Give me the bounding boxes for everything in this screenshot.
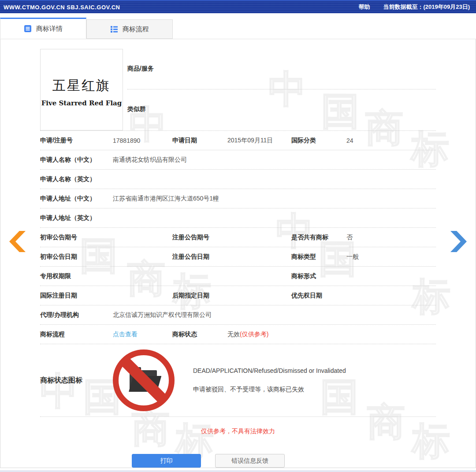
table-row: 商标流程点击查看 商标状态无效(仅供参考): [40, 325, 436, 344]
data-cutoff-date: 当前数据截至：(2019年09月23日): [383, 3, 470, 11]
similar-group-label: 类似群: [127, 105, 146, 112]
trademark-status-value: 无效: [227, 331, 240, 338]
field-label: 商标流程: [40, 331, 113, 338]
table-row: 申请/注册号17881890 申请日期2015年09月11日 国际分类24: [40, 131, 436, 150]
field-label: 申请人名称（中文）: [40, 156, 113, 164]
field-value: 一般: [346, 253, 359, 261]
status-icon-row: 商标状态图标 DEAD/APPLICATION/Refused/Dismisse…: [40, 344, 436, 417]
trademark-status-note: (仅供参考): [240, 331, 268, 338]
field-label: 国际注册日期: [40, 292, 113, 300]
field-label: 商标形式: [291, 272, 346, 280]
field-value: 北京信诚万洲知识产权代理有限公司: [113, 311, 212, 319]
table-row: 专用权期限 商标形式: [40, 267, 436, 286]
field-label: 申请人地址（中文）: [40, 195, 113, 203]
table-row: 申请人地址（英文）: [40, 208, 436, 228]
help-link[interactable]: 帮助: [359, 3, 370, 11]
table-row: 初审公告日期 注册公告日期 商标类型一般: [40, 247, 436, 267]
field-label: 商标状态图标: [40, 376, 113, 385]
field-value: 17881890: [113, 137, 140, 144]
field-label: 初审公告日期: [40, 253, 113, 261]
topbar-right: 帮助 当前数据截至：(2019年09月23日): [359, 3, 476, 11]
table-row: 申请人名称（中文）南通绣花女纺织品有限公司: [40, 150, 436, 170]
field-value: 江苏省南通市港闸区江海大道650号1幢: [113, 195, 219, 203]
trademark-meta: 商品/服务 类似群: [123, 49, 436, 130]
field-label: 商标状态: [172, 331, 227, 338]
table-row: 国际注册日期 后期指定日期 优先权日期: [40, 286, 436, 305]
tab-trademark-process[interactable]: 商标流程: [86, 19, 173, 39]
table-row: 申请人地址（中文）江苏省南通市港闸区江海大道650号1幢: [40, 189, 436, 208]
trademark-image: 五星红旗 Five Starred Red Flag: [40, 49, 123, 130]
table-row: 代理/办理机构北京信诚万洲知识产权代理有限公司: [40, 305, 436, 325]
site-urls-link[interactable]: WWW.CTMO.GOV.CN SBJ.SAIC.GOV.CN: [0, 4, 120, 11]
status-description: DEAD/APPLICATION/Refused/Dismissed or In…: [193, 367, 346, 394]
trademark-name-en: Five Starred Red Flag: [41, 99, 123, 107]
field-label: 申请人名称（英文）: [40, 175, 113, 183]
table-row: 申请人名称（英文）: [40, 170, 436, 189]
bottom-strip: [0, 470, 476, 472]
field-label: 优先权日期: [291, 292, 346, 300]
trademark-detail-panel: 中国商标中国商标中国标中国商标国商标 五星红旗 Five Starred Red…: [0, 39, 476, 468]
field-label: 注册公告期号: [172, 234, 227, 242]
field-label: 申请人地址（英文）: [40, 214, 113, 222]
error-feedback-button[interactable]: 错误信息反馈: [215, 454, 285, 468]
field-label: 后期指定日期: [172, 292, 227, 300]
view-process-link[interactable]: 点击查看: [113, 331, 138, 338]
table-row: 初审公告期号 注册公告期号 是否共有商标否: [40, 228, 436, 247]
field-label: 商标类型: [291, 253, 346, 261]
field-label: 是否共有商标: [291, 234, 346, 242]
list-icon: [110, 25, 118, 33]
legal-disclaimer: 仅供参考，不具有法律效力: [40, 427, 436, 435]
trademark-name-cn: 五星红旗: [41, 77, 123, 95]
document-icon: [24, 25, 32, 33]
field-value: 24: [346, 137, 353, 144]
field-label: 国际分类: [291, 137, 346, 145]
tab-trademark-detail-label: 商标详情: [36, 25, 63, 33]
tab-trademark-process-label: 商标流程: [123, 25, 149, 33]
trademark-top-section: 五星红旗 Five Starred Red Flag 商品/服务 类似群: [40, 49, 436, 131]
field-label: 初审公告期号: [40, 234, 113, 242]
top-header-bar: WWW.CTMO.GOV.CN SBJ.SAIC.GOV.CN 帮助 当前数据截…: [0, 0, 476, 13]
field-label: 代理/办理机构: [40, 311, 113, 319]
field-label: 申请日期: [172, 137, 227, 145]
prohibition-circle: [113, 349, 175, 411]
field-value: 2015年09月11日: [227, 137, 273, 145]
print-button[interactable]: 打印: [132, 454, 201, 468]
field-value: 南通绣花女纺织品有限公司: [113, 156, 187, 164]
field-label: 申请/注册号: [40, 137, 113, 145]
tab-bar: 商标详情 商标流程: [0, 13, 476, 39]
status-line-cn: 申请被驳回、不予受理等，该商标已失效: [193, 386, 346, 394]
action-buttons: 打印 错误信息反馈: [40, 454, 436, 468]
goods-services-label: 商品/服务: [127, 65, 154, 72]
tab-trademark-detail[interactable]: 商标详情: [0, 18, 86, 39]
status-line-en: DEAD/APPLICATION/Refused/Dismissed or In…: [193, 367, 346, 374]
field-label: 专用权期限: [40, 272, 113, 280]
field-label: 注册公告日期: [172, 253, 227, 261]
no-folder-prohibition-icon: [113, 349, 175, 411]
field-value: 否: [346, 234, 353, 242]
